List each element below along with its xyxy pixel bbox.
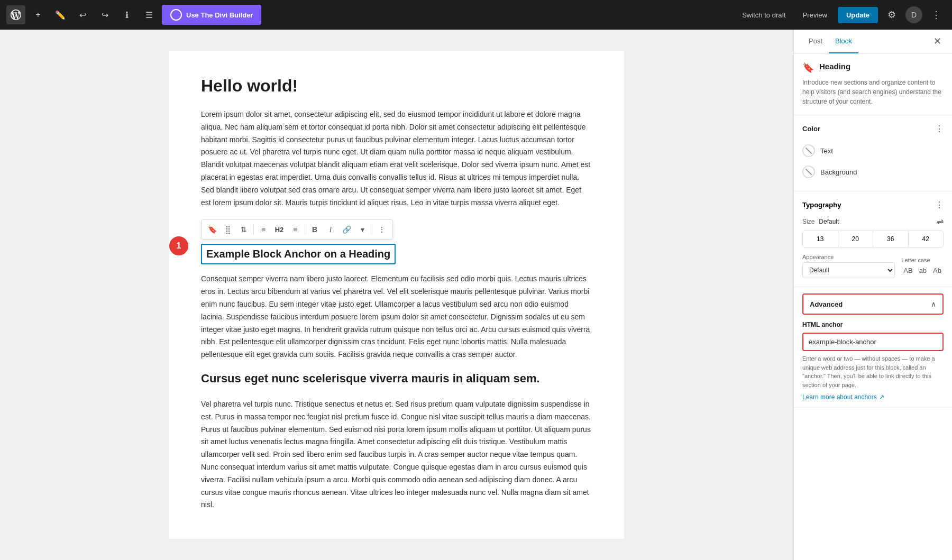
- heading-block-selected[interactable]: Example Block Anchor on a Heading: [201, 244, 396, 264]
- block-bookmark-icon: 🔖: [802, 62, 814, 74]
- size-default-value: Default: [819, 218, 839, 225]
- edit-button[interactable]: ✏️: [51, 5, 70, 24]
- divi-badge: [170, 9, 182, 21]
- bg-color-slash-icon: [805, 169, 812, 176]
- uppercase-button[interactable]: AB: [901, 265, 914, 276]
- undo-button[interactable]: ↩: [73, 5, 92, 24]
- html-anchor-label: HTML anchor: [802, 321, 944, 328]
- post-title[interactable]: Hello world!: [201, 76, 592, 96]
- size-preset-42[interactable]: 42: [909, 231, 944, 247]
- html-anchor-section: HTML anchor Enter a word or two — withou…: [802, 321, 944, 401]
- toolbar-divider-1: [253, 224, 254, 235]
- text-color-row: Text: [802, 140, 944, 161]
- text-color-swatch[interactable]: [802, 144, 815, 157]
- toolbar-dropdown-button[interactable]: ▾: [355, 222, 370, 237]
- more-options-button[interactable]: ⋮: [927, 5, 946, 24]
- toolbar-italic-button[interactable]: I: [323, 222, 338, 237]
- lowercase-button[interactable]: ab: [917, 265, 929, 276]
- toolbar-link-button[interactable]: 🔗: [339, 222, 354, 237]
- toolbar-bold-button[interactable]: B: [307, 222, 322, 237]
- appearance-select[interactable]: Default: [802, 262, 895, 278]
- toolbar-move-icon[interactable]: ⇅: [236, 222, 251, 237]
- sidebar-tabs: Post Block ✕: [794, 30, 952, 53]
- block-info-section: 🔖 Heading Introduce new sections and org…: [794, 53, 952, 115]
- user-avatar-button[interactable]: D: [905, 6, 922, 23]
- toolbar-more-button[interactable]: ⋮: [374, 222, 389, 237]
- typography-title: Typography: [802, 201, 841, 209]
- toolbar-divider-3: [372, 224, 372, 235]
- typography-section: 2 Typography ⋮ Size Default ⇌ 13 20 36 4…: [794, 191, 952, 287]
- update-button[interactable]: Update: [838, 7, 878, 23]
- editor-area: Hello world! Lorem ipsum dolor sit amet,…: [0, 30, 793, 560]
- toolbar-divider-2: [305, 224, 305, 235]
- size-preset-13[interactable]: 13: [803, 231, 838, 247]
- info-button[interactable]: ℹ: [117, 5, 136, 24]
- capitalize-button[interactable]: Ab: [931, 265, 944, 276]
- size-preset-20[interactable]: 20: [838, 231, 874, 247]
- anchor-link-text: Learn more about anchors: [802, 393, 877, 401]
- wp-logo[interactable]: [6, 5, 25, 24]
- bg-color-label: Background: [820, 168, 857, 176]
- advanced-label: Advanced: [810, 300, 843, 308]
- settings-button[interactable]: ⚙: [882, 5, 901, 24]
- block-toolbar: 🔖 ⣿ ⇅ ≡ H2 ≡ B I 🔗 ▾ ⋮: [201, 219, 393, 240]
- preview-button[interactable]: Preview: [797, 8, 834, 22]
- heading-anchor-text: Example Block Anchor on a Heading: [206, 248, 390, 260]
- top-toolbar: + ✏️ ↩ ↪ ℹ ☰ Use The Divi Builder Switch…: [0, 0, 952, 30]
- toolbar-drag-icon[interactable]: ⣿: [221, 222, 235, 237]
- typography-more-button[interactable]: ⋮: [935, 200, 944, 210]
- toolbar-align-icon[interactable]: ≡: [256, 222, 271, 237]
- bg-color-row: Background: [802, 161, 944, 182]
- html-anchor-input[interactable]: [802, 333, 944, 351]
- main-layout: Hello world! Lorem ipsum dolor sit amet,…: [0, 30, 952, 560]
- switch-to-draft-button[interactable]: Switch to draft: [736, 8, 792, 22]
- divi-btn-label: Use The Divi Builder: [186, 11, 253, 19]
- size-preset-36[interactable]: 36: [873, 231, 909, 247]
- use-divi-builder-button[interactable]: Use The Divi Builder: [162, 5, 261, 25]
- external-link-icon: ↗: [879, 393, 884, 401]
- heading-2[interactable]: Cursus eget nunc scelerisque viverra mau…: [201, 372, 592, 385]
- color-slash-icon: [805, 148, 812, 154]
- advanced-chevron-icon: ∧: [931, 300, 936, 308]
- redo-button[interactable]: ↪: [95, 5, 114, 24]
- bg-color-swatch[interactable]: [802, 166, 815, 178]
- appearance-label: Appearance: [802, 254, 895, 260]
- list-view-button[interactable]: ☰: [140, 5, 159, 24]
- close-sidebar-button[interactable]: ✕: [931, 30, 944, 53]
- block-description: Introduce new sections and organize cont…: [802, 78, 944, 106]
- color-more-button[interactable]: ⋮: [935, 124, 944, 134]
- tab-post[interactable]: Post: [802, 30, 829, 53]
- anchor-hint-text: Enter a word or two — without spaces — t…: [802, 354, 944, 389]
- color-section-title: Color: [802, 125, 820, 133]
- appearance-row: Appearance Default Letter case AB ab Ab: [802, 254, 944, 278]
- step-1-badge: 1: [169, 236, 188, 255]
- block-title: Heading: [819, 62, 850, 71]
- size-presets-row: 13 20 36 42: [802, 231, 944, 247]
- toolbar-align-center-icon[interactable]: ≡: [288, 222, 303, 237]
- sidebar-panel: Post Block ✕ 🔖 Heading Introduce new sec…: [793, 30, 952, 560]
- paragraph-3: Vel pharetra vel turpis nunc. Tristique …: [201, 398, 592, 511]
- paragraph-2: Consequat semper viverra nam libero just…: [201, 273, 592, 361]
- toolbar-bookmark-icon[interactable]: 🔖: [205, 222, 219, 237]
- size-label: Size: [802, 218, 814, 225]
- toolbar-h2-button[interactable]: H2: [272, 222, 287, 237]
- paragraph-1: Lorem ipsum dolor sit amet, consectetur …: [201, 108, 592, 209]
- editor-content: Hello world! Lorem ipsum dolor sit amet,…: [169, 51, 624, 539]
- add-block-button[interactable]: +: [29, 5, 48, 24]
- tab-block[interactable]: Block: [829, 30, 858, 53]
- advanced-section: 3 Advanced ∧ HTML anchor Enter a word or…: [794, 287, 952, 408]
- letter-case-buttons: AB ab Ab: [901, 265, 944, 276]
- advanced-toggle-button[interactable]: Advanced ∧: [802, 293, 944, 315]
- learn-more-anchors-link[interactable]: Learn more about anchors ↗: [802, 393, 944, 401]
- text-color-label: Text: [820, 147, 833, 155]
- letter-case-label: Letter case: [901, 257, 944, 263]
- color-section: Color ⋮ Text Background: [794, 115, 952, 191]
- size-controls-button[interactable]: ⇌: [937, 216, 944, 226]
